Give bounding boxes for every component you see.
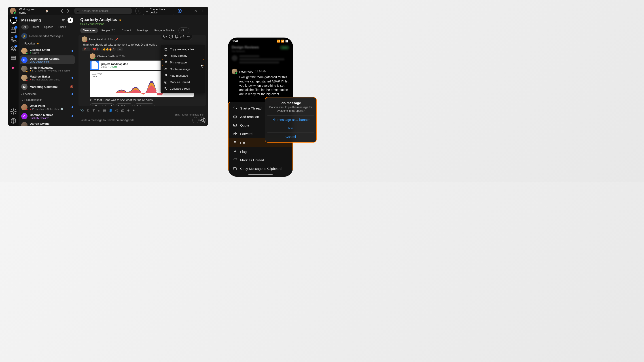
tab-messages[interactable]: Messages — [80, 28, 98, 33]
reply-thread-button[interactable]: ↩ Reply to thread — [90, 103, 114, 106]
tabs-more-button[interactable]: +3 ⌄ — [178, 27, 190, 33]
tab-progress[interactable]: Progress Tracker — [152, 28, 177, 33]
maximize-button[interactable]: ▢ — [192, 8, 199, 14]
contact-common-metrics[interactable]: C Common MetricsUsability research — [18, 112, 76, 121]
filter-all[interactable]: All — [21, 24, 28, 29]
add-reaction-button[interactable]: ☺ — [117, 47, 123, 51]
ctx-reply[interactable]: Reply directly — [162, 52, 204, 59]
update-indicator[interactable] — [178, 9, 182, 13]
summarize-button[interactable]: ✦ Summarize — [134, 103, 154, 106]
home-indicator[interactable] — [248, 174, 273, 175]
rail-more[interactable]: ⋯ — [10, 74, 16, 80]
collapse-button[interactable]: ⤡ Collapse — [116, 103, 133, 106]
tab-meetings[interactable]: Meetings — [134, 28, 151, 33]
reaction-pill[interactable]: ❤️1 — [91, 47, 100, 51]
format-icon[interactable]: 𝐓 — [92, 109, 94, 112]
mobile-opt-flag[interactable]: Flag — [228, 147, 292, 156]
cast-icon — [146, 9, 148, 12]
alert-cancel-button[interactable]: Cancel — [268, 132, 314, 141]
section-favorites[interactable]: ⌄ Favorites ★ — [18, 41, 76, 46]
contact-marketing[interactable]: M Marketing Collateral 🔕 — [18, 82, 76, 91]
mobile-opt-unread[interactable]: Mark as Unread — [228, 156, 292, 164]
compose-input[interactable]: Write a message to Development Agenda — [78, 117, 192, 124]
rail-teams[interactable]: 1 — [10, 45, 16, 52]
attach-icon[interactable]: 📎 — [80, 109, 84, 112]
contact-darren[interactable]: Darren Owens● In a call • Working from h… — [18, 121, 76, 126]
ai-icon[interactable]: ✦ — [132, 109, 135, 112]
svg-point-7 — [13, 111, 14, 112]
mention-icon[interactable]: @ — [115, 109, 118, 112]
recommended-row[interactable]: ⚡ Recommended Messages — [18, 31, 76, 41]
star-icon: ★ — [37, 42, 39, 45]
user-status-text[interactable]: Working from home — [19, 7, 42, 14]
home-icon: 🏠 — [45, 9, 48, 12]
add-app-icon[interactable]: ⊕ — [127, 109, 130, 112]
react-icon[interactable] — [168, 35, 173, 39]
add-button[interactable]: + — [68, 17, 73, 23]
emoji-icon[interactable]: ☺ — [97, 109, 100, 112]
alert-pin-button[interactable]: Pin — [268, 124, 314, 132]
mobile-message[interactable]: Kevin Woo 11:34 AM I will get the team g… — [228, 67, 293, 97]
wifi-icon: 📶 — [281, 39, 284, 43]
svg-point-12 — [140, 91, 141, 92]
rail-settings[interactable] — [10, 108, 16, 115]
connect-device-button[interactable]: Connect to a device — [143, 7, 174, 15]
contact-dev-agenda[interactable]: D Development AgendaENG Deployment — [20, 55, 75, 64]
svg-rect-1 — [146, 10, 148, 12]
remind-icon[interactable] — [174, 35, 179, 39]
ctx-copy-link[interactable]: Copy message link — [162, 46, 204, 52]
svg-point-18 — [234, 115, 236, 118]
gif-icon[interactable]: ▦ — [103, 109, 106, 112]
filter-spaces[interactable]: Spaces — [42, 24, 56, 29]
ctx-unread[interactable]: Mark as unread — [162, 79, 204, 85]
filter-public[interactable]: Public — [56, 24, 68, 29]
favorite-star-icon[interactable]: ★ — [119, 18, 122, 22]
nav-back-button[interactable] — [59, 8, 64, 14]
section-local[interactable]: › Local team — [18, 91, 76, 97]
svg-rect-19 — [234, 124, 236, 126]
reply-icon[interactable] — [162, 35, 168, 39]
ctx-collapse[interactable]: Collapse thread — [162, 85, 204, 92]
contact-umar[interactable]: Umar Patel● Presenting • At the office 🏢 — [18, 103, 76, 112]
filter-direct[interactable]: Direct — [30, 24, 41, 29]
close-button[interactable]: ✕ — [199, 8, 206, 14]
tab-people[interactable]: People (24) — [99, 28, 118, 33]
space-subtitle[interactable]: Sales Visualizations — [80, 22, 204, 26]
rail-calendar[interactable]: 1 — [10, 27, 16, 33]
rail-files[interactable] — [10, 55, 16, 61]
minimize-button[interactable]: ─ — [185, 8, 192, 14]
battery-icon: ▮▮ — [285, 39, 288, 43]
contact-emily[interactable]: Emily Nakagawa● In a meeting • Working f… — [18, 64, 76, 73]
ctx-flag[interactable]: Flag message — [162, 72, 204, 79]
send-button[interactable] — [200, 117, 206, 123]
user-avatar[interactable] — [10, 8, 16, 14]
reaction-pill[interactable]: 👍👍🔥3 — [101, 47, 116, 51]
rail-messaging[interactable]: 5 — [10, 17, 16, 24]
bitmoji-icon[interactable]: 👤 — [109, 109, 112, 112]
search-input[interactable]: Search, meet, and call — [74, 8, 132, 14]
chevron-right-icon: › — [21, 93, 22, 95]
ctx-pin[interactable]: Pin message — [162, 59, 204, 66]
rail-help[interactable] — [10, 118, 16, 124]
rail-app[interactable]: ▶ — [10, 64, 16, 71]
image-icon[interactable]: 🖼 — [121, 109, 124, 112]
alert-banner-button[interactable]: Pin message as a banner — [268, 115, 314, 124]
filter-button[interactable] — [60, 17, 66, 23]
context-menu: Copy message link Reply directly Pin mes… — [160, 45, 205, 93]
screen-icon[interactable]: 🖥 — [87, 109, 90, 112]
contact-clarissa[interactable]: Clarissa Smith● Active — [18, 46, 76, 55]
unread-dot — [72, 115, 73, 117]
mobile-opt-copy[interactable]: Copy Message to Clipboard — [228, 164, 292, 173]
contact-matthew[interactable]: Matthew Baker● Do Not Disturb until 16:0… — [18, 73, 76, 82]
section-feature[interactable]: ⌄ Feature launch — [18, 97, 76, 103]
more-icon[interactable]: ⋯ — [186, 35, 191, 39]
reaction-pill[interactable]: 🎉1 — [82, 47, 90, 51]
nav-forward-button[interactable] — [65, 8, 70, 14]
rail-phone[interactable]: 1 — [10, 36, 16, 42]
expand-send-button[interactable]: ⌄ — [192, 117, 198, 123]
tab-content[interactable]: Content — [119, 28, 134, 33]
new-button[interactable]: + — [135, 8, 141, 14]
ctx-quote[interactable]: Quote message — [162, 66, 204, 72]
forward-icon[interactable] — [180, 35, 185, 39]
chevron-down-icon: ⌄ — [21, 99, 23, 101]
